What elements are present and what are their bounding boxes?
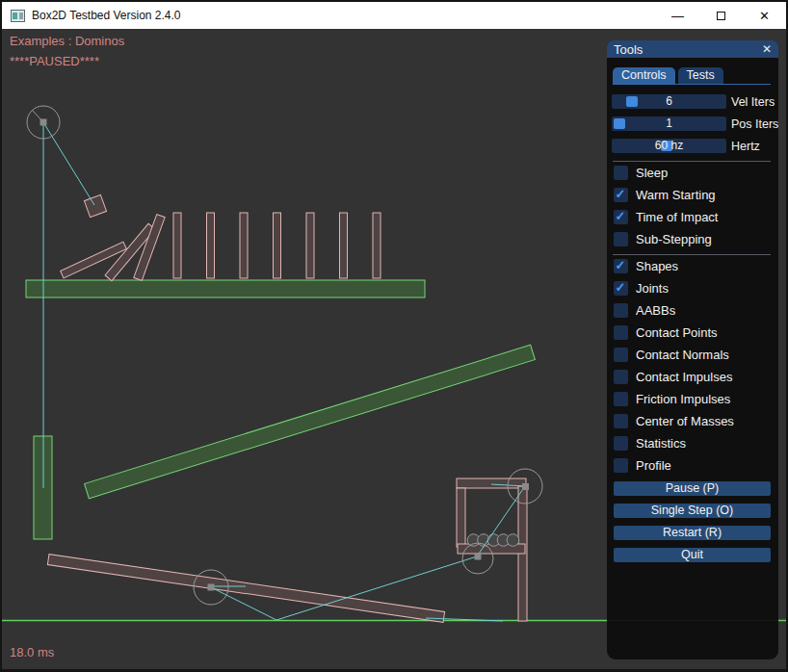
quit-button[interactable]: Quit bbox=[614, 548, 771, 562]
sim-options: Sleep Warm Starting Time of Impact Sub-S… bbox=[614, 166, 771, 246]
checkbox-contact-normals[interactable]: Contact Normals bbox=[614, 348, 771, 362]
window-controls: — ✕ bbox=[656, 2, 786, 29]
checkbox-statistics[interactable]: Statistics bbox=[614, 436, 771, 451]
seesaw-plank bbox=[47, 555, 444, 623]
app-window: Box2D Testbed Version 2.4.0 — ✕ bbox=[0, 0, 788, 672]
pos-iters-label: Pos Iters bbox=[731, 117, 778, 131]
separator bbox=[613, 254, 771, 255]
stacked-balls bbox=[467, 534, 519, 547]
checkbox-center-of-masses[interactable]: Center of Masses bbox=[614, 414, 771, 428]
checkbox-profile[interactable]: Profile bbox=[614, 458, 771, 473]
paused-label: ****PAUSED**** bbox=[10, 54, 99, 68]
close-icon[interactable]: ✕ bbox=[743, 2, 786, 29]
tab-controls[interactable]: Controls bbox=[613, 67, 675, 84]
slider-group: 6 Vel Iters 1 Pos Iters 60 hz bbox=[612, 94, 771, 153]
pos-iters-slider[interactable]: 1 bbox=[612, 116, 726, 131]
frame-time-label: 18.0 ms bbox=[10, 645, 54, 659]
vel-iters-label: Vel Iters bbox=[731, 95, 775, 109]
window-title: Box2D Testbed Version 2.4.0 bbox=[32, 9, 181, 22]
domino-shelf bbox=[26, 280, 425, 297]
hertz-slider[interactable]: 60 hz bbox=[612, 139, 726, 153]
titlebar: Box2D Testbed Version 2.4.0 — ✕ bbox=[2, 2, 786, 29]
tab-tests[interactable]: Tests bbox=[678, 67, 723, 84]
tools-panel: Tools ✕ Controls Tests 6 Vel Iters bbox=[607, 40, 778, 659]
minimize-icon[interactable]: — bbox=[656, 2, 699, 29]
checkbox-friction-impulses[interactable]: Friction Impulses bbox=[614, 392, 771, 406]
dynamic-bodies bbox=[47, 194, 527, 622]
checkbox-warm-starting[interactable]: Warm Starting bbox=[614, 188, 771, 202]
action-buttons: Pause (P) Single Step (O) Restart (R) Qu… bbox=[614, 481, 771, 562]
checkbox-contact-points[interactable]: Contact Points bbox=[614, 325, 771, 340]
draw-options: Shapes Joints AABBs Contact Points Conta… bbox=[614, 259, 771, 473]
pendulum-box bbox=[84, 194, 106, 217]
checkbox-time-of-impact[interactable]: Time of Impact bbox=[614, 210, 771, 224]
app-icon bbox=[11, 10, 25, 22]
separator bbox=[613, 161, 771, 162]
restart-button[interactable]: Restart (R) bbox=[614, 526, 771, 540]
checkbox-aabbs[interactable]: AABBs bbox=[614, 303, 771, 318]
panel-close-icon[interactable]: ✕ bbox=[762, 42, 772, 56]
hertz-label: Hertz bbox=[731, 140, 760, 153]
checkbox-sub-stepping[interactable]: Sub-Stepping bbox=[614, 232, 771, 246]
frame-top-bar bbox=[457, 478, 526, 488]
tab-bar: Controls Tests bbox=[613, 67, 771, 85]
maximize-icon[interactable] bbox=[699, 2, 743, 29]
checkbox-contact-impulses[interactable]: Contact Impulses bbox=[614, 370, 771, 384]
frame-left-post bbox=[457, 488, 465, 547]
checkbox-shapes[interactable]: Shapes bbox=[614, 259, 771, 273]
checkbox-joints[interactable]: Joints bbox=[614, 281, 771, 296]
tools-panel-titlebar[interactable]: Tools ✕ bbox=[607, 40, 778, 58]
pause-button[interactable]: Pause (P) bbox=[614, 481, 771, 496]
example-label: Examples : Dominos bbox=[10, 34, 124, 48]
angled-ramp bbox=[85, 345, 536, 499]
checkbox-sleep[interactable]: Sleep bbox=[614, 166, 771, 180]
single-step-button[interactable]: Single Step (O) bbox=[614, 504, 771, 518]
client-area: Examples : Dominos ****PAUSED**** 18.0 m… bbox=[2, 29, 786, 669]
vel-iters-slider[interactable]: 6 bbox=[612, 94, 726, 109]
tools-panel-title: Tools bbox=[614, 42, 643, 57]
